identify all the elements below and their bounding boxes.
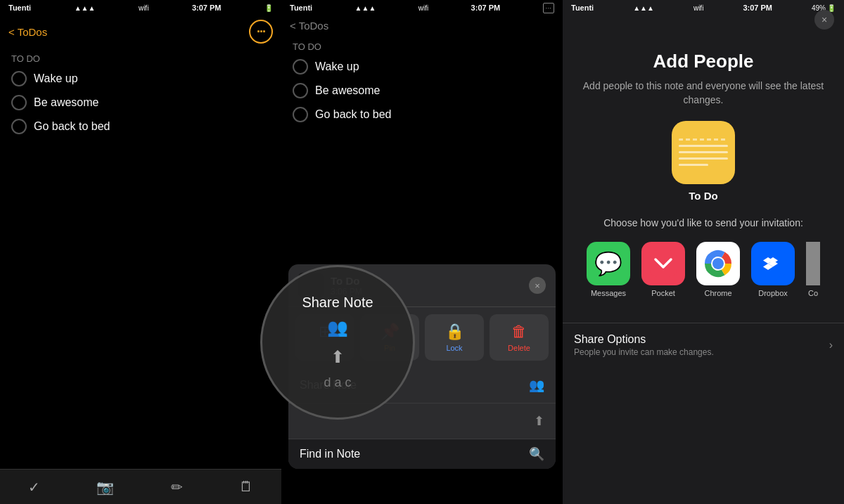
menu-dots-middle[interactable]: ··· — [543, 3, 554, 13]
bottom-toolbar-left: ✓ 📷 ✏ 🗒 — [0, 469, 281, 504]
checkbox-1-mid[interactable] — [293, 59, 308, 75]
mag-share-text: Share Note — [302, 295, 373, 311]
back-button-middle[interactable]: < ToDos — [290, 20, 328, 32]
chrome-svg — [701, 247, 735, 280]
panel-middle: Tuenti ▲▲▲ wifi 3:07 PM ··· < ToDos To D… — [281, 0, 563, 504]
wifi-icon-right: wifi — [693, 4, 703, 12]
mag-people-icon: 👥 — [327, 318, 348, 337]
share-options-chevron: › — [829, 339, 833, 351]
lock-icon: 🔒 — [445, 323, 464, 341]
nav-bar-left: < ToDos ··· — [0, 15, 281, 48]
menu-button-left[interactable]: ··· — [249, 20, 273, 44]
upload-icon: ⬆ — [534, 413, 544, 429]
note-line-4 — [679, 164, 708, 166]
app-dropbox[interactable]: Dropbox — [751, 242, 795, 297]
note-line-dashed — [679, 138, 728, 141]
note-icon-container: To Do — [577, 121, 830, 202]
back-label-middle: < ToDos — [290, 20, 328, 32]
magnifier-content: Share Note 👥 ⬆ d a c — [288, 280, 387, 404]
more-icon-box — [806, 242, 820, 285]
checkbox-1-left[interactable] — [11, 71, 27, 86]
battery-left: 🔋 — [264, 4, 273, 12]
delete-action-button[interactable]: 🗑 Delete — [490, 314, 549, 361]
note-line-1 — [679, 145, 728, 147]
section-header-left: To Do — [0, 48, 281, 67]
note-line-2 — [679, 151, 728, 153]
back-label-left: < ToDos — [8, 26, 47, 38]
pocket-icon-box — [641, 242, 685, 285]
find-in-note-option[interactable]: Find in Note 🔍 — [288, 439, 556, 469]
time-left: 3:07 PM — [192, 4, 222, 12]
messages-icon-box: 💬 — [587, 242, 630, 285]
delete-label: Delete — [508, 344, 530, 352]
add-people-title: Add People — [577, 51, 830, 72]
app-messages[interactable]: 💬 Messages — [587, 242, 630, 297]
context-close-button[interactable]: × — [529, 277, 546, 294]
invite-text: Choose how you'd like to send your invit… — [577, 216, 830, 231]
mag-text-preview: d a c — [324, 375, 351, 390]
messages-label: Messages — [591, 289, 626, 297]
todo-item-2-left: Be awesome — [0, 91, 281, 115]
todo-item-1-left: Wake up — [0, 67, 281, 91]
dropbox-icon-box — [751, 242, 795, 285]
checkbox-3-left[interactable] — [11, 119, 27, 134]
time-right: 3:07 PM — [743, 4, 772, 12]
menu-dots: ··· — [257, 25, 265, 39]
signal-icon-middle: ▲▲▲ — [355, 4, 376, 12]
checkbox-2-left[interactable] — [11, 95, 27, 110]
wifi-icon-left: wifi — [139, 4, 148, 12]
share-options-row[interactable]: Share Options People you invite can make… — [563, 323, 844, 367]
wifi-icon-middle: wifi — [418, 4, 428, 12]
note-line-3 — [679, 157, 728, 160]
pocket-label: Pocket — [651, 289, 675, 297]
dropbox-svg — [760, 250, 786, 277]
share-people-icon: 👥 — [529, 377, 544, 393]
note-lines — [679, 138, 728, 170]
app-more[interactable]: Co — [806, 242, 820, 297]
share-options-subtitle: People you invite can make changes. — [574, 347, 714, 357]
status-bar-right: Tuenti ▲▲▲ wifi 3:07 PM 49% 🔋 — [563, 0, 844, 15]
add-people-close-button[interactable]: × — [814, 10, 834, 30]
todo-item-1-mid: Wake up — [281, 55, 563, 79]
chrome-icon-box — [696, 242, 740, 285]
mag-upload-icon: ⬆ — [331, 347, 345, 367]
check-icon[interactable]: ✓ — [28, 479, 40, 496]
todo-text-1-left: Wake up — [34, 72, 78, 85]
note-icon[interactable]: 🗒 — [239, 479, 253, 495]
dropbox-label: Dropbox — [758, 289, 788, 297]
camera-icon[interactable]: 📷 — [96, 479, 114, 496]
compose-icon[interactable]: ✏ — [171, 479, 183, 496]
status-bar-left: Tuenti ▲▲▲ wifi 3:07 PM 🔋 — [0, 0, 281, 15]
svg-point-4 — [712, 258, 724, 269]
find-in-note-label: Find in Note — [300, 448, 360, 460]
carrier-right: Tuenti — [571, 4, 594, 12]
back-button-left[interactable]: < ToDos — [8, 26, 47, 38]
signal-icon-right: ▲▲▲ — [633, 4, 654, 12]
chrome-label: Chrome — [704, 289, 731, 297]
app-chrome[interactable]: Chrome — [696, 242, 740, 297]
svg-rect-0 — [650, 250, 677, 277]
checkbox-3-mid[interactable] — [293, 107, 308, 122]
add-people-subtitle: Add people to this note and everyone wil… — [577, 79, 830, 107]
close-icon: × — [821, 14, 827, 25]
todo-text-2-mid: Be awesome — [315, 84, 381, 97]
app-pocket[interactable]: Pocket — [641, 242, 685, 297]
todo-text-2-left: Be awesome — [34, 96, 99, 109]
note-app-title: To Do — [689, 190, 717, 202]
note-app-icon — [672, 121, 735, 184]
todo-item-3-left: Go back to bed — [0, 115, 281, 138]
checkbox-2-mid[interactable] — [293, 83, 308, 98]
magnifier-circle: Share Note 👥 ⬆ d a c — [260, 265, 415, 420]
panel-right: Tuenti ▲▲▲ wifi 3:07 PM 49% 🔋 × Add Peop… — [563, 0, 844, 504]
pocket-svg — [650, 250, 677, 277]
todo-text-1-mid: Wake up — [315, 60, 359, 73]
carrier-middle: Tuenti — [290, 4, 312, 12]
app-icons-row: 💬 Messages Pocket — [577, 242, 830, 297]
signal-icon-left: ▲▲▲ — [75, 4, 96, 12]
nav-bar-middle: < ToDos — [281, 15, 563, 36]
lock-action-button[interactable]: 🔒 Lock — [425, 314, 484, 361]
search-icon: 🔍 — [529, 446, 544, 462]
more-label: Co — [808, 289, 818, 297]
time-middle: 3:07 PM — [471, 4, 501, 12]
messages-icon: 💬 — [594, 250, 622, 277]
